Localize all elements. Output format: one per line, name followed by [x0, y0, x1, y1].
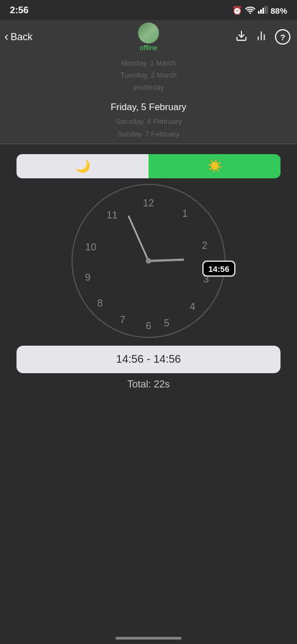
- day-night-toggle[interactable]: 🌙 ☀️: [16, 154, 280, 178]
- clock-8: 8: [97, 298, 103, 309]
- nav-actions: ?: [235, 29, 290, 45]
- date-item[interactable]: Saturday, 6 February: [0, 116, 297, 128]
- status-icons: ⏰ 88%: [232, 6, 287, 15]
- clock-1: 1: [182, 208, 188, 220]
- total-label: Total: 22s: [0, 379, 297, 390]
- offline-badge: offline: [140, 44, 157, 52]
- status-time: 2:56: [10, 5, 29, 16]
- nav-back[interactable]: ‹ Back: [4, 30, 32, 44]
- battery-text: 88%: [271, 6, 287, 15]
- avatar: [138, 23, 159, 43]
- help-button[interactable]: ?: [275, 29, 290, 45]
- date-scroll[interactable]: Monday, 1 March Tuesday, 2 March yesterd…: [0, 54, 297, 144]
- wifi-icon: [245, 6, 255, 15]
- svg-rect-2: [262, 8, 264, 14]
- svg-rect-1: [260, 9, 262, 14]
- clock-4: 4: [190, 301, 195, 312]
- date-item[interactable]: Sunday, 7 February: [0, 128, 297, 144]
- toggle-night[interactable]: 🌙: [16, 154, 148, 178]
- svg-rect-0: [258, 11, 260, 14]
- clock-2: 2: [202, 240, 207, 252]
- back-chevron-icon: ‹: [4, 30, 8, 44]
- minute-hand: [128, 215, 149, 261]
- date-item-yesterday[interactable]: yesterday: [0, 81, 297, 94]
- clock-11: 11: [107, 209, 118, 221]
- nav-bar: ‹ Back offline ?: [0, 20, 297, 54]
- time-range-text: 14:56 - 14:56: [116, 353, 181, 365]
- home-indicator: [116, 637, 182, 640]
- moon-icon: 🌙: [75, 159, 90, 173]
- clock-container: 12 1 2 3 4 5 6 7 8 9 10 11 14:56: [0, 184, 297, 338]
- clock-7: 7: [120, 314, 125, 326]
- status-bar: 2:56 ⏰ 88%: [0, 0, 297, 20]
- time-range-container[interactable]: 14:56 - 14:56: [16, 346, 280, 373]
- clock-face: 12 1 2 3 4 5 6 7 8 9 10 11 14:56: [72, 184, 226, 338]
- clock-center-dot: [146, 258, 151, 264]
- date-item[interactable]: Tuesday, 2 March: [0, 69, 297, 81]
- alarm-icon: ⏰: [232, 6, 243, 15]
- date-item[interactable]: Monday, 1 March: [0, 57, 297, 69]
- signal-icon: [258, 6, 268, 15]
- svg-rect-4: [267, 6, 268, 14]
- clock-5: 5: [164, 317, 169, 329]
- clock-9: 9: [85, 272, 91, 283]
- clock-6: 6: [146, 320, 151, 332]
- toggle-day[interactable]: ☀️: [148, 154, 280, 178]
- clock-10: 10: [85, 241, 96, 253]
- back-label: Back: [10, 31, 32, 43]
- clock-time-badge: 14:56: [202, 260, 235, 276]
- time-range-bar[interactable]: 14:56 - 14:56: [16, 346, 280, 373]
- svg-rect-3: [265, 6, 266, 14]
- chart-button[interactable]: [255, 30, 267, 45]
- date-item-selected[interactable]: Friday, 5 February: [0, 99, 297, 116]
- nav-center-profile: offline: [138, 23, 159, 52]
- hour-hand: [148, 258, 184, 261]
- download-button[interactable]: [235, 30, 248, 45]
- sun-icon: ☀️: [207, 159, 222, 173]
- clock-12: 12: [143, 197, 154, 209]
